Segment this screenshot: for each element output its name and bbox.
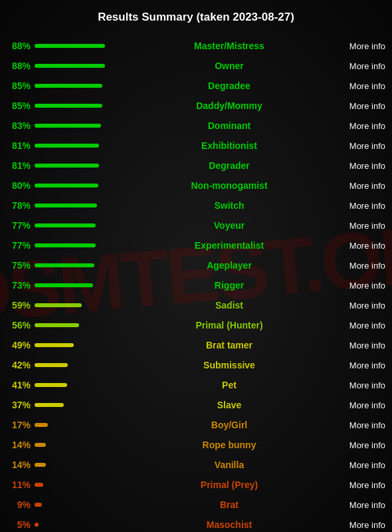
more-info-button[interactable]: More info [338,201,385,211]
progress-bar [35,184,98,188]
more-info-button[interactable]: More info [338,360,385,370]
more-info-button[interactable]: More info [338,420,385,430]
bar-container [35,164,121,168]
bar-container [35,124,121,128]
role-label: Switch [121,200,338,211]
bar-container [35,523,121,527]
table-row: 49% Brat tamer More info [7,335,385,355]
more-info-button[interactable]: More info [338,221,385,231]
table-row: 11% Primal (Prey) More info [7,475,385,495]
bar-container [35,144,121,148]
more-info-button[interactable]: More info [338,520,385,530]
table-row: 75% Ageplayer More info [7,255,385,275]
progress-bar [35,203,97,207]
progress-bar [35,503,42,507]
progress-bar [35,164,99,168]
progress-bar [35,223,96,227]
more-info-button[interactable]: More info [338,121,385,131]
role-label: Primal (Hunter) [121,320,338,331]
more-info-button[interactable]: More info [338,181,385,191]
progress-bar [35,303,82,307]
more-info-button[interactable]: More info [338,321,385,331]
table-row: 78% Switch More info [7,196,385,215]
more-info-button[interactable]: More info [338,340,385,350]
role-label: Voyeur [121,220,338,231]
table-row: 14% Rope bunny More info [7,435,385,455]
more-info-button[interactable]: More info [338,500,385,510]
role-label: Brat [121,499,338,510]
more-info-button[interactable]: More info [338,460,385,470]
bar-container [35,443,121,447]
role-label: Masochist [121,519,338,530]
role-label: Brat tamer [121,340,338,350]
more-info-button[interactable]: More info [338,241,385,251]
more-info-button[interactable]: More info [338,380,385,390]
progress-bar [35,243,96,247]
bar-container [35,423,121,427]
percentage-label: 75% [7,260,35,271]
percentage-label: 49% [7,340,35,350]
percentage-label: 85% [7,80,35,91]
bar-container [35,44,121,48]
more-info-button[interactable]: More info [338,101,385,111]
percentage-label: 83% [7,120,35,131]
percentage-label: 85% [7,100,35,111]
table-row: 73% Rigger More info [7,275,385,295]
more-info-button[interactable]: More info [338,301,385,311]
table-row: 83% Dominant More info [7,116,385,136]
role-label: Daddy/Mommy [121,100,338,111]
percentage-label: 88% [7,41,35,51]
table-row: 81% Degrader More info [7,156,385,176]
more-info-button[interactable]: More info [338,261,385,271]
role-label: Rope bunny [121,440,338,450]
role-label: Exhibitionist [121,140,338,151]
percentage-label: 41% [7,380,35,390]
bar-container [35,343,121,347]
more-info-button[interactable]: More info [338,81,385,91]
table-row: 59% Sadist More info [7,295,385,315]
more-info-button[interactable]: More info [338,161,385,171]
bar-container [35,104,121,108]
progress-bar [35,463,46,467]
percentage-label: 88% [7,61,35,71]
bar-container [35,403,121,407]
role-label: Dominant [121,120,338,131]
role-label: Degradee [121,80,338,91]
table-row: 77% Experimentalist More info [7,235,385,255]
role-label: Experimentalist [121,240,338,251]
role-label: Owner [121,61,338,71]
more-info-button[interactable]: More info [338,141,385,151]
role-label: Ageplayer [121,260,338,271]
progress-bar [35,64,105,68]
percentage-label: 77% [7,240,35,251]
bar-container [35,283,121,287]
more-info-button[interactable]: More info [338,41,385,51]
role-label: Primal (Prey) [121,479,338,490]
percentage-label: 17% [7,420,35,430]
bar-container [35,303,121,307]
more-info-button[interactable]: More info [338,480,385,490]
bar-container [35,64,121,68]
page-title: Results Summary (taken 2023-08-27) [7,11,385,24]
bar-container [35,363,121,367]
more-info-button[interactable]: More info [338,440,385,450]
table-row: 77% Voyeur More info [7,215,385,235]
bar-container [35,84,121,88]
percentage-label: 42% [7,360,35,370]
more-info-button[interactable]: More info [338,281,385,291]
percentage-label: 78% [7,200,35,211]
table-row: 88% Master/Mistress More info [7,36,385,56]
percentage-label: 81% [7,140,35,151]
bar-container [35,263,121,267]
table-row: 14% Vanilla More info [7,455,385,475]
table-row: 81% Exhibitionist More info [7,136,385,156]
bar-container [35,203,121,207]
bar-container [35,223,121,227]
percentage-label: 37% [7,400,35,410]
more-info-button[interactable]: More info [338,400,385,410]
percentage-label: 73% [7,280,35,291]
table-row: 17% Boy/Girl More info [7,415,385,435]
table-row: 80% Non-monogamist More info [7,176,385,196]
more-info-button[interactable]: More info [338,61,385,71]
table-row: 85% Daddy/Mommy More info [7,96,385,116]
